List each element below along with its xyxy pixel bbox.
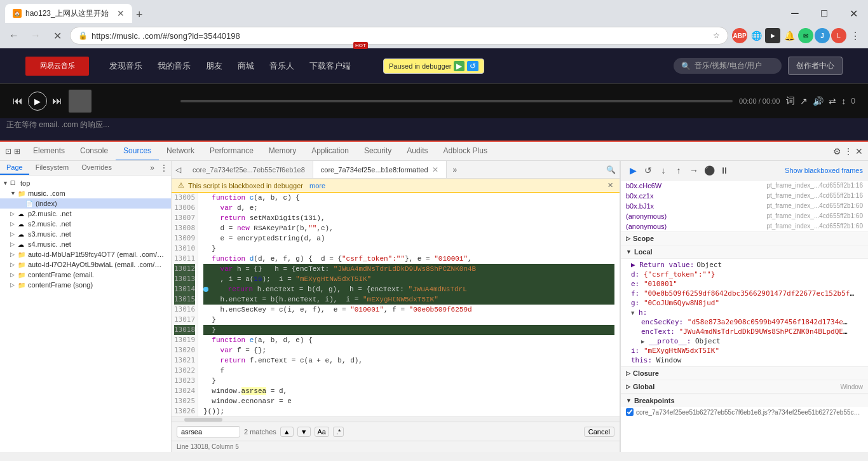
horizontal-scrollbar[interactable] [172,416,620,422]
scope-header[interactable]: ▷ Scope [621,232,868,245]
tab-network[interactable]: Network [159,142,202,161]
code-search-input[interactable] [177,426,240,437]
file-tree-tab-filesystem[interactable]: Filesystem [29,161,76,175]
case-sensitive-button[interactable]: Aa [315,427,329,437]
step-out-button[interactable]: ↑ [672,163,686,177]
ext-icon-4[interactable]: J [815,28,830,43]
tab-memory[interactable]: Memory [261,142,304,161]
search-cancel-button[interactable]: Cancel [584,427,614,437]
maximize-button[interactable]: □ [810,4,839,23]
call-stack-item-2[interactable]: b0x.cz1x pt_frame_index_...4cd655ff2b1:1… [621,191,868,201]
devtools-dock-toggle[interactable]: ⊡ [5,147,11,156]
tab-security[interactable]: Security [356,142,399,161]
tree-item-content-frame-song[interactable]: ▷ 📁 contentFrame (song) [0,280,171,290]
repeat-button[interactable]: ↕ [841,96,846,106]
breakpoint-checkbox[interactable] [626,408,634,416]
call-stack-item-4[interactable]: (anonymous) pt_frame_index_...4cd655ff2b… [621,211,868,221]
call-stack-item-5[interactable]: (anonymous) pt_frame_index_...4cd655ff2b… [621,221,868,231]
scrollbar-thumb[interactable] [184,418,222,422]
source-editor-search[interactable]: 🔍 [602,165,620,174]
file-tree-tab-overrides[interactable]: Overrides [75,161,118,175]
ext-icon-1[interactable]: ▶ [765,28,780,43]
tab-console[interactable]: Console [72,142,116,161]
source-tabs-more[interactable]: » [449,165,461,174]
user-icon[interactable]: L [831,28,846,43]
more-link[interactable]: more [309,182,325,189]
close-tab-icon[interactable]: ✕ [117,8,125,18]
resume-button[interactable]: ▶ [454,61,465,71]
scope-h-proto[interactable]: ▶ __proto__: Object [621,336,868,346]
step-over-debugger-button[interactable]: ↺ [641,163,655,177]
file-tree-tab-page[interactable]: Page [0,161,29,175]
menu-icon[interactable]: ⋮ [848,28,863,43]
tab-adblock[interactable]: Adblock Plus [436,142,495,161]
breakpoints-header[interactable]: ▼ Breakpoints [621,394,868,407]
global-header[interactable]: ▷ Global Window [621,380,868,394]
regex-button[interactable]: .* [333,427,344,437]
breakpoint-item[interactable]: core_7a734ef25ee51b62727eb55c7f6eb1e8.js… [621,407,868,417]
nav-my-music[interactable]: 我的音乐 [150,60,198,72]
tree-item-content-frame-email[interactable]: ▷ 📁 contentFrame (email. [0,270,171,280]
file-tree-menu[interactable]: ⋮ [157,161,171,175]
step-over-button[interactable]: ↺ [467,61,478,71]
devtools-more[interactable]: ⋮ [844,146,853,156]
shuffle-button[interactable]: ⇄ [829,96,836,106]
active-tab[interactable]: 🏠 hao123_上网从这里开始 ✕ [5,4,132,23]
devtools-settings[interactable]: ⚙ [833,146,841,156]
blackbox-frames-link[interactable]: Show blackboxed frames [785,167,863,174]
search-next-button[interactable]: ▼ [297,427,311,437]
closure-header[interactable]: ▷ Closure [621,367,868,380]
back-button[interactable]: ← [5,27,23,45]
tree-item-auto2[interactable]: ▷ 📁 auto-id-i7O2HAyOtL9bwiaL (email. .co… [0,259,171,270]
close-tab-2-icon[interactable]: ✕ [432,165,438,174]
progress-container[interactable] [180,100,733,102]
tree-item-s3[interactable]: ▷ ☁ s3.music. .net [0,229,171,239]
translate-icon[interactable]: 🌐 [749,28,764,43]
call-stack-item-1[interactable]: b0x.cHc6W pt_frame_index_...4cd655ff2b1:… [621,181,868,191]
forward-button[interactable]: → [27,27,44,45]
play-button[interactable]: ▶ [28,92,47,111]
ext-icon-2[interactable]: 🔔 [782,28,797,43]
nav-download[interactable]: 下载客户端 [302,60,358,72]
tab-performance[interactable]: Performance [202,142,261,161]
tab-application[interactable]: Application [304,142,356,161]
devtools-undock[interactable]: ⊞ [14,147,20,156]
new-tab-button[interactable]: + [136,9,143,20]
next-button[interactable]: ⏭ [52,95,62,107]
tab-elements[interactable]: Elements [25,142,72,161]
abp-icon[interactable]: ABP [732,28,747,43]
tree-item-s2[interactable]: ▷ ☁ s2.music. .net [0,219,171,229]
nav-discover[interactable]: 发现音乐 [102,60,150,72]
minimize-button[interactable]: ─ [780,4,810,23]
tab-sources[interactable]: Sources [116,142,159,161]
close-window-button[interactable]: ✕ [839,4,868,23]
source-tab-1[interactable]: core_7a734ef25e...7eb55c7f6eb1e8 [185,161,313,179]
url-input-container[interactable]: 🔒 https://music. .com/#/song?id=35440198… [70,27,728,45]
nav-store[interactable]: 商城 [230,60,262,72]
source-editor-back[interactable]: ◁ [172,165,185,174]
bookmark-icon[interactable]: ☆ [713,31,720,40]
local-section-header[interactable]: ▼ Local [621,245,868,259]
nav-friends[interactable]: 朋友 [198,60,230,72]
source-tab-2[interactable]: core_7a734ef25e...b1e8:formatted ✕ [313,161,447,179]
devtools-close[interactable]: ✕ [855,146,863,156]
search-prev-button[interactable]: ▲ [280,427,294,437]
call-stack-item-3[interactable]: b0x.bJ1x pt_frame_index_...4cd655ff2b1:6… [621,201,868,211]
file-tree-more[interactable]: » [147,161,157,175]
nav-musician[interactable]: 音乐人 [262,60,302,72]
volume-button[interactable]: 🔊 [813,96,824,106]
lyrics-button[interactable]: 词 [786,95,795,107]
blackbox-close[interactable]: ✕ [607,181,613,189]
resume-debugger-button[interactable]: ▶ [626,163,640,177]
tree-item-p2[interactable]: ▷ ☁ p2.music. .net [0,209,171,219]
scope-h[interactable]: ▼ h: [621,308,868,317]
step-button[interactable]: → [687,163,701,177]
tree-item-top[interactable]: ▼ ☐ top [0,178,171,188]
tree-item-auto1[interactable]: ▷ 📁 auto-id-MbUaP1t59fcy4OT7 (email. .co… [0,249,171,259]
tree-item-index[interactable]: 📄 (index) [0,198,171,209]
tab-audits[interactable]: Audits [399,142,435,161]
step-into-button[interactable]: ↓ [656,163,670,177]
share-button[interactable]: ↗ [800,96,808,106]
tree-item-s4[interactable]: ▷ ☁ s4.music. .net [0,239,171,249]
dont-pause-exceptions-button[interactable]: ⏸ [717,163,731,177]
